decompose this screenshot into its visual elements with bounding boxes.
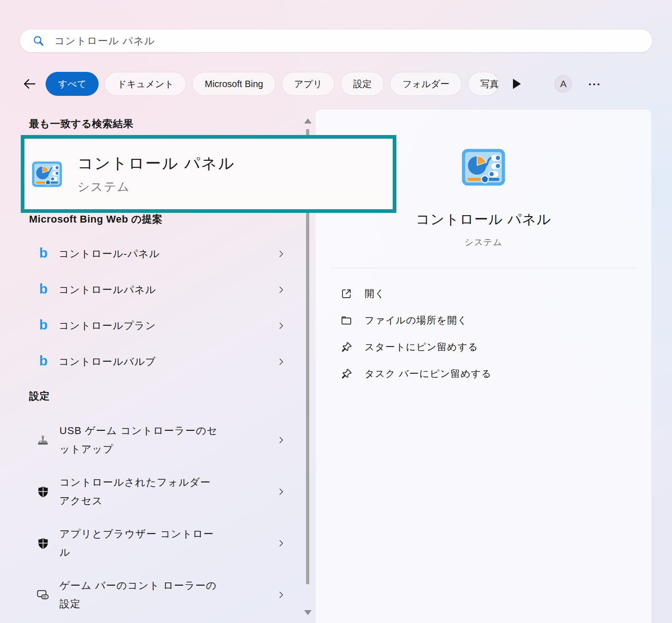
scrollbar-up-arrow-icon[interactable] <box>304 118 312 123</box>
chevron-right-icon <box>276 590 286 600</box>
filter-tab-photos[interactable]: 写真 <box>468 72 499 96</box>
bing-suggestions-heading: Microsoft Bing Web の提案 <box>29 212 163 226</box>
search-icon <box>32 35 45 47</box>
filter-tab-photos-clipped[interactable]: 写真 <box>468 72 499 96</box>
action-label: ファイルの場所を開く <box>365 314 467 327</box>
settings-item-label: アプリとブラウザー コントロー ル <box>59 525 214 562</box>
settings-item-label: USB ゲーム コントローラーのセ ットアップ <box>59 422 218 458</box>
filter-tab-documents[interactable]: ドキュメント <box>105 72 186 96</box>
divider <box>331 268 636 268</box>
shield-icon <box>35 486 50 498</box>
windows-search-panel: コントロール パネル すべて ドキュメント Microsoft Bing アプリ… <box>0 0 672 623</box>
bing-suggestion-label: コントロールプラン <box>59 319 156 333</box>
pin-icon <box>340 341 353 353</box>
preview-subtitle: システム <box>465 236 502 248</box>
settings-heading: 設定 <box>29 389 50 403</box>
settings-result-row[interactable]: USB ゲーム コントローラーのセ ットアップ <box>21 418 303 462</box>
more-options-button[interactable]: ••• <box>589 80 601 88</box>
pin-to-start-action[interactable]: スタートにピン留めする <box>316 334 651 360</box>
search-bar[interactable]: コントロール パネル <box>19 29 653 53</box>
best-match-text: コントロール パネル システム <box>77 153 235 195</box>
chevron-right-icon <box>276 285 286 295</box>
bing-suggestion-label: コントロールバルブ <box>59 355 156 369</box>
scrollbar-down-arrow-icon[interactable] <box>304 610 312 615</box>
bing-suggestion-row[interactable]: b コントロールバルブ <box>21 349 303 375</box>
best-match-title: コントロール パネル <box>77 153 235 174</box>
bing-icon: b <box>39 282 47 296</box>
game-bar-icon <box>35 588 50 602</box>
avatar[interactable]: A <box>554 75 572 93</box>
action-label: 開く <box>365 287 385 300</box>
action-list: 開く ファイルの場所を開く スタートにピン留めする <box>316 280 651 387</box>
more-filters-icon[interactable] <box>513 79 521 89</box>
open-file-location-action[interactable]: ファイルの場所を開く <box>316 307 651 334</box>
settings-result-row[interactable]: コントロールされたフォルダー アクセス <box>21 470 303 514</box>
open-icon <box>340 288 353 300</box>
folder-icon <box>340 314 353 327</box>
preview-title: コントロール パネル <box>416 210 551 229</box>
settings-result-row[interactable]: ゲーム バーのコント ローラーの 設定 <box>21 573 303 617</box>
settings-result-row[interactable]: アプリとブラウザー コントロー ル <box>21 521 303 565</box>
bing-suggestion-row[interactable]: b コントロールプラン <box>21 313 303 339</box>
action-label: タスク バーにピン留めする <box>365 367 492 380</box>
pin-icon <box>340 368 353 380</box>
bing-suggestion-label: コントロールパネル <box>59 283 156 297</box>
pin-to-taskbar-action[interactable]: タスク バーにピン留めする <box>316 360 651 387</box>
chevron-right-icon <box>276 538 286 548</box>
chevron-right-icon <box>276 249 286 259</box>
chevron-right-icon <box>276 357 286 367</box>
bing-suggestion-row[interactable]: b コントロール-パネル <box>21 241 303 267</box>
bing-icon: b <box>39 246 47 260</box>
search-input[interactable]: コントロール パネル <box>54 34 155 48</box>
bing-icon: b <box>39 318 47 332</box>
filter-tab-settings[interactable]: 設定 <box>341 72 384 96</box>
filter-tab-bing[interactable]: Microsoft Bing <box>192 72 276 96</box>
bing-suggestion-row[interactable]: b コントロールパネル <box>21 277 303 303</box>
filter-tab-apps[interactable]: アプリ <box>282 72 335 96</box>
open-action[interactable]: 開く <box>316 280 651 307</box>
filter-tab-all[interactable]: すべて <box>46 72 99 96</box>
usb-game-controller-icon <box>35 433 50 447</box>
control-panel-icon <box>461 145 506 190</box>
shield-icon <box>35 537 50 550</box>
action-label: スタートにピン留めする <box>365 341 478 353</box>
best-match-heading: 最も一致する検索結果 <box>29 117 134 131</box>
chevron-right-icon <box>276 487 286 497</box>
filter-tab-folders[interactable]: フォルダー <box>390 72 462 96</box>
settings-item-label: コントロールされたフォルダー アクセス <box>59 473 211 510</box>
control-panel-icon <box>31 159 63 190</box>
back-arrow-icon <box>22 76 37 92</box>
settings-item-label: ゲーム バーのコント ローラーの 設定 <box>59 576 217 613</box>
chevron-right-icon <box>276 435 286 445</box>
back-button[interactable] <box>19 76 40 92</box>
chevron-right-icon <box>276 321 286 331</box>
bing-icon: b <box>39 354 47 368</box>
best-match-subtitle: システム <box>77 179 235 195</box>
bing-suggestion-label: コントロール-パネル <box>59 247 159 261</box>
filter-row: すべて ドキュメント Microsoft Bing アプリ 設定 フォルダー 写… <box>19 71 653 96</box>
best-match-result[interactable]: コントロール パネル システム <box>21 135 396 213</box>
